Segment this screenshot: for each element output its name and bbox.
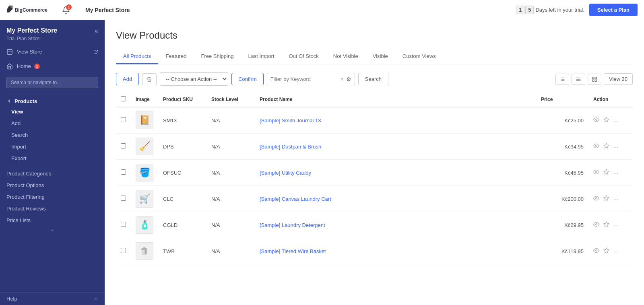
tab-free-shipping[interactable]: Free Shipping — [194, 49, 241, 64]
sidebar-item-export[interactable]: Export — [0, 152, 105, 164]
sidebar-collapse-button[interactable]: « — [95, 27, 98, 35]
product-link-2[interactable]: [Sample] Utility Caddy — [260, 170, 311, 176]
product-link-5[interactable]: [Sample] Tiered Wire Basket — [260, 248, 326, 254]
grid-view-button[interactable] — [588, 74, 601, 85]
star-action-icon-5[interactable] — [603, 247, 609, 255]
star-action-icon-3[interactable] — [603, 195, 609, 202]
sidebar-help-label: Help — [6, 296, 17, 302]
store-info: My Perfect Store Trial Plan Store — [6, 27, 57, 41]
more-action-icon-3[interactable]: ··· — [613, 196, 619, 202]
row-checkbox-4[interactable] — [121, 222, 126, 227]
tab-custom-views[interactable]: Custom Views — [395, 49, 443, 64]
sidebar-category-items: Product CategoriesProduct OptionsProduct… — [0, 168, 105, 226]
product-link-4[interactable]: [Sample] Laundry Detergent — [260, 222, 325, 228]
sidebar-item-home[interactable]: Home 1 — [0, 59, 105, 74]
product-image-0: 📔 — [136, 111, 153, 129]
row-checkbox-5[interactable] — [121, 248, 126, 253]
row-price-cell: Kč29.95 — [536, 212, 588, 238]
row-checkbox-2[interactable] — [121, 169, 126, 175]
sidebar-help[interactable]: Help — [0, 292, 105, 305]
star-action-icon-1[interactable] — [603, 143, 609, 150]
product-link-0[interactable]: [Sample] Smith Journal 13 — [260, 117, 321, 124]
select-plan-button[interactable]: Select a Plan — [589, 4, 638, 16]
star-action-icon-0[interactable] — [603, 117, 609, 124]
svg-point-24 — [596, 198, 597, 199]
store-name: My Perfect Store — [85, 7, 130, 13]
sidebar-view-store-label: View Store — [17, 49, 42, 55]
svg-marker-25 — [604, 196, 609, 200]
sidebar-item-product-categories[interactable]: Product Categories — [0, 168, 105, 179]
row-action-icons: ··· — [593, 247, 628, 255]
th-stock: Stock Level — [206, 92, 255, 107]
product-link-1[interactable]: [Sample] Dustpan & Brush — [260, 144, 321, 150]
tab-not-visible[interactable]: Not Visible — [326, 49, 365, 64]
product-image-1: 🧹 — [136, 138, 153, 155]
sidebar-header: My Perfect Store Trial Plan Store « — [0, 20, 105, 45]
more-action-icon-4[interactable]: ··· — [613, 222, 619, 229]
more-action-icon-1[interactable]: ··· — [613, 143, 619, 150]
product-link-3[interactable]: [Sample] Canvas Laundry Cart — [260, 196, 331, 202]
view-count-button[interactable]: View 20 — [604, 73, 633, 85]
more-action-icon-5[interactable]: ··· — [613, 248, 619, 255]
view-action-icon-3[interactable] — [593, 195, 599, 202]
search-button[interactable]: Search — [358, 73, 388, 85]
row-checkbox-cell — [116, 212, 131, 238]
svg-point-26 — [596, 224, 597, 225]
notification-bell[interactable]: 1 — [60, 4, 72, 16]
view-action-icon-5[interactable] — [593, 247, 599, 255]
view-action-icon-4[interactable] — [593, 221, 599, 229]
sidebar-item-import[interactable]: Import — [0, 141, 105, 152]
top-bar-right: 1 5 Days left in your trial. Select a Pl… — [516, 4, 638, 16]
svg-marker-27 — [604, 222, 609, 227]
row-sku-cell: TWB — [158, 238, 206, 264]
product-tabs: All ProductsFeaturedFree ShippingLast Im… — [116, 49, 633, 64]
filter-options-icon[interactable]: ⚙ — [346, 76, 351, 82]
delete-button[interactable] — [142, 73, 157, 85]
sidebar-products-header[interactable]: Products — [0, 95, 105, 106]
confirm-button[interactable]: Confirm — [231, 73, 264, 85]
filter-clear-icon[interactable]: × — [341, 76, 344, 82]
add-button[interactable]: Add — [116, 73, 139, 85]
select-all-checkbox[interactable] — [121, 96, 126, 101]
sidebar-store-title: My Perfect Store — [6, 27, 57, 35]
view-action-icon-1[interactable] — [593, 143, 599, 150]
row-checkbox-1[interactable] — [121, 143, 126, 148]
trial-day-1: 1 — [516, 6, 524, 14]
tab-all-products[interactable]: All Products — [116, 49, 158, 64]
product-image-4: 🧴 — [136, 216, 153, 234]
star-action-icon-4[interactable] — [603, 221, 609, 229]
row-checkbox-0[interactable] — [121, 117, 126, 122]
sidebar-search-input[interactable] — [6, 77, 98, 88]
more-action-icon-0[interactable]: ··· — [613, 117, 619, 124]
row-checkbox-3[interactable] — [121, 196, 126, 201]
table-row: 🛒 CLC N/A [Sample] Canvas Laundry Cart K… — [116, 186, 633, 212]
product-image-5: 🗑 — [136, 242, 153, 260]
sidebar-item-price-lists[interactable]: Price Lists — [0, 214, 105, 226]
row-price-cell: Kč200.00 — [536, 186, 588, 212]
row-action-cell: ··· — [588, 212, 633, 238]
sidebar-item-product-options[interactable]: Product Options — [0, 179, 105, 191]
star-action-icon-2[interactable] — [603, 169, 609, 176]
sidebar-item-view-store[interactable]: View Store — [0, 45, 105, 59]
sidebar-item-product-filtering[interactable]: Product Filtering — [0, 191, 105, 203]
view-action-icon-2[interactable] — [593, 169, 599, 176]
row-name-cell: [Sample] Canvas Laundry Cart — [255, 186, 536, 212]
tab-visible[interactable]: Visible — [365, 49, 395, 64]
sidebar-item-product-reviews[interactable]: Product Reviews — [0, 203, 105, 214]
action-select[interactable]: -- Choose an Action -- — [160, 72, 228, 86]
row-checkbox-cell — [116, 238, 131, 264]
filter-input[interactable] — [270, 73, 338, 85]
row-image-cell: 🛒 — [131, 186, 158, 212]
tab-featured[interactable]: Featured — [158, 49, 194, 64]
sidebar-item-view[interactable]: View — [0, 106, 105, 117]
sidebar-item-add[interactable]: Add — [0, 117, 105, 129]
view-action-icon-0[interactable] — [593, 117, 599, 124]
list-view-button[interactable] — [555, 74, 569, 85]
more-action-icon-2[interactable]: ··· — [613, 169, 619, 176]
svg-point-22 — [596, 171, 597, 173]
sidebar-item-search[interactable]: Search — [0, 129, 105, 141]
compact-list-button[interactable] — [572, 74, 585, 85]
tab-last-import[interactable]: Last Import — [241, 49, 281, 64]
tab-out-of-stock[interactable]: Out Of Stock — [281, 49, 326, 64]
row-sku-cell: OFSUC — [158, 160, 206, 186]
